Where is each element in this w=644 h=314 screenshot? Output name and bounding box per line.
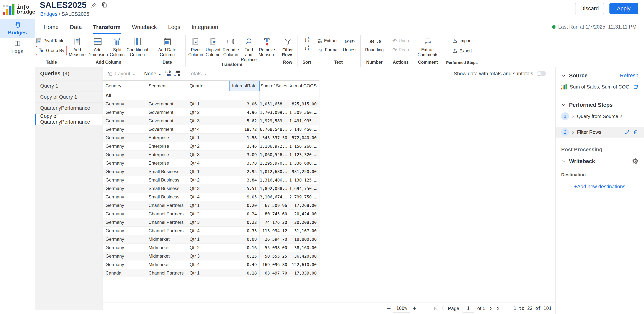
table-cell[interactable]: 26,594.70 [260, 235, 290, 243]
table-cell[interactable]: Midmarket [146, 260, 187, 269]
table-cell[interactable]: 1,060,546.… [260, 151, 290, 159]
pivot-column-button[interactable]: Pivot Column [188, 37, 204, 57]
table-cell[interactable]: 17,339.00 [290, 269, 320, 277]
table-cell[interactable]: 1,156,260.… [290, 142, 320, 150]
table-cell[interactable]: Government [146, 125, 187, 133]
query-item-query-1[interactable]: Query 1 [35, 80, 102, 92]
table-cell[interactable]: 5,148,450.… [290, 125, 320, 133]
table-cell[interactable]: Germany [103, 218, 146, 226]
table-cell[interactable]: 74,176.20 [260, 218, 290, 226]
table-cell[interactable]: 1,929,589.… [260, 117, 290, 125]
table-cell[interactable]: 122,610.00 [290, 260, 320, 269]
query-item-copy-of-query-1[interactable]: Copy of Query 1 [35, 92, 102, 103]
table-cell[interactable] [229, 91, 260, 100]
table-cell[interactable]: 31,167.00 [290, 227, 320, 235]
totals-toggle[interactable] [536, 71, 546, 76]
chevron-down-icon[interactable] [561, 159, 566, 164]
table-cell[interactable]: 1,186,972.… [260, 142, 290, 150]
table-cell[interactable]: Qtr 4 [187, 193, 229, 201]
conditional-column-button[interactable]: Conditional Column [126, 37, 148, 57]
open-external-icon[interactable] [633, 84, 638, 89]
table-cell[interactable]: Midmarket [146, 235, 187, 243]
table-cell[interactable]: Qtr 2 [187, 210, 229, 218]
table-cell[interactable]: Small Business [146, 184, 187, 193]
table-cell[interactable]: 543,337.50 [260, 134, 290, 142]
table-cell[interactable]: Qtr 2 [187, 142, 229, 150]
table-cell[interactable]: Germany [103, 176, 146, 184]
column-header-segment[interactable]: Segment [146, 81, 187, 91]
import-button[interactable]: Import [452, 37, 472, 45]
table-cell[interactable]: 1,316,406.… [260, 176, 290, 184]
table-cell[interactable]: 3.46 [229, 142, 260, 150]
add-new-destinations-link[interactable]: +Add new destinations [556, 184, 644, 190]
delete-step-icon[interactable] [633, 129, 638, 135]
table-cell[interactable]: 931,250.00 [290, 167, 320, 176]
breadcrumb-bridges-link[interactable]: Bridges [40, 11, 58, 17]
table-cell[interactable]: 1.58 [229, 134, 260, 142]
sort-descending-button[interactable]: ↓ ZA [304, 45, 309, 51]
next-page-button[interactable] [489, 306, 493, 311]
table-cell[interactable]: 2,799,750.… [290, 193, 320, 201]
table-cell[interactable]: Germany [103, 142, 146, 150]
table-cell[interactable]: Germany [103, 243, 146, 252]
table-cell[interactable]: Qtr 1 [187, 167, 229, 176]
table-cell[interactable]: Germany [103, 227, 146, 235]
table-cell[interactable]: Enterprise [146, 151, 187, 159]
table-cell[interactable]: 1,892,088.… [260, 184, 290, 193]
table-cell[interactable]: Government [146, 108, 187, 117]
table-cell[interactable]: Channel Partners [146, 269, 187, 277]
table-cell[interactable]: Small Business [146, 176, 187, 184]
find-and-replace-button[interactable]: Find and Replace [241, 37, 256, 62]
table-cell[interactable]: Germany [103, 108, 146, 117]
table-cell[interactable]: Germany [103, 201, 146, 209]
redo-button[interactable]: ↷ Redo [392, 46, 409, 54]
table-cell[interactable]: 0.16 [229, 243, 260, 252]
table-cell[interactable]: 1,123,320.… [290, 151, 320, 159]
query-item-copy-of-quarterlyperformance[interactable]: Copy of QuarterlyPerformance [35, 114, 102, 125]
table-cell[interactable]: Enterprise [146, 142, 187, 150]
nav-item-logs[interactable]: Logs [0, 38, 35, 57]
chevron-down-icon[interactable] [561, 73, 566, 78]
table-cell[interactable]: Qtr 1 [187, 235, 229, 243]
table-cell[interactable]: Qtr 3 [187, 184, 229, 193]
table-cell[interactable]: 0.33 [229, 227, 260, 235]
undo-button[interactable]: ↶ Undo [392, 37, 409, 45]
performed-step-2[interactable]: 2 › Filter Rows [556, 127, 644, 138]
edit-title-icon[interactable] [91, 2, 97, 8]
table-cell[interactable]: 1,309,360.… [290, 108, 320, 117]
table-cell[interactable]: 3,106,674.… [260, 193, 290, 201]
table-cell[interactable]: 5.51 [229, 184, 260, 193]
remove-measure-button[interactable]: Remove Measure [258, 37, 275, 57]
table-cell[interactable]: 1,703,099.… [260, 108, 290, 117]
performed-step-1[interactable]: 1 › Query from Source 2 [556, 111, 644, 122]
table-cell[interactable]: 6,768,548.… [260, 125, 290, 133]
sort-ascending-button[interactable]: ↓ AZ [304, 37, 309, 43]
table-cell[interactable]: Channel Partners [146, 210, 187, 218]
table-cell[interactable]: Germany [103, 252, 146, 260]
increase-decimal-button[interactable]: ←.0.00 [165, 70, 171, 77]
table-cell[interactable]: Qtr 2 [187, 108, 229, 117]
tab-data[interactable]: Data [70, 20, 82, 34]
zoom-out-button[interactable]: − [385, 304, 393, 312]
table-cell[interactable]: 20,208.00 [290, 218, 320, 226]
table-cell[interactable]: 0.15 [229, 252, 260, 260]
table-cell[interactable]: Germany [103, 134, 146, 142]
tab-transform[interactable]: Transform [92, 20, 121, 34]
filter-rows-button[interactable]: Filter Rows [280, 37, 295, 57]
table-cell[interactable]: 0.49 [229, 260, 260, 269]
table-cell[interactable]: Government [146, 117, 187, 125]
discard-button[interactable]: Discard [575, 3, 604, 14]
table-cell[interactable]: Channel Partners [146, 218, 187, 226]
table-cell[interactable]: Small Business [146, 167, 187, 176]
chevron-right-icon[interactable]: › [572, 129, 574, 135]
table-cell[interactable]: Qtr 4 [187, 159, 229, 167]
table-cell[interactable]: 0.20 [229, 201, 260, 209]
table-cell[interactable]: 18,800.00 [290, 235, 320, 243]
table-cell[interactable]: Small Business [146, 193, 187, 201]
table-cell[interactable]: Qtr 1 [187, 134, 229, 142]
export-button[interactable]: Export [452, 47, 472, 55]
add-measure-button[interactable]: Add Measure [69, 37, 86, 57]
table-cell[interactable]: 20,424.00 [290, 210, 320, 218]
table-cell[interactable]: Germany [103, 260, 146, 269]
table-cell[interactable]: Qtr 2 [187, 243, 229, 252]
